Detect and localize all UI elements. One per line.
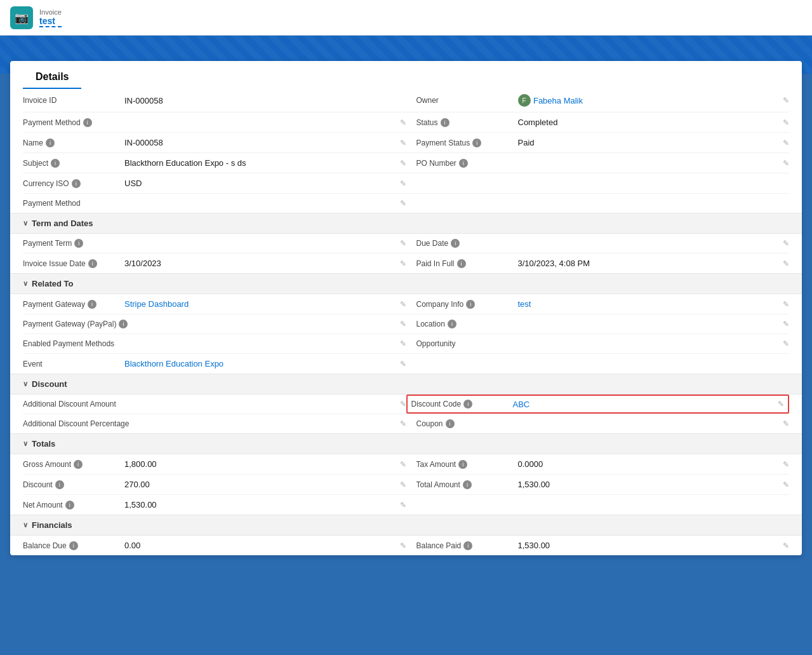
app-title-label: Invoice: [39, 8, 62, 16]
gross-amount-label: Gross Amount i: [23, 460, 124, 469]
location-info-icon[interactable]: i: [448, 320, 456, 328]
currency-edit-icon[interactable]: ✎: [395, 179, 406, 188]
status-info-icon[interactable]: i: [441, 118, 449, 127]
payment-method-info-icon[interactable]: i: [83, 118, 92, 127]
owner-edit-icon[interactable]: ✎: [778, 96, 789, 105]
payment-gateway-value[interactable]: Stripe Dashboard: [124, 299, 395, 309]
total-amount-cell: Total Amount i 1,530.00 ✎: [406, 475, 790, 494]
discount-chevron[interactable]: ∨: [23, 380, 28, 388]
status-edit-icon[interactable]: ✎: [778, 118, 789, 127]
paid-in-full-info-icon[interactable]: i: [457, 259, 466, 268]
due-date-label: Due Date i: [416, 239, 518, 248]
name-label: Name i: [23, 138, 124, 147]
invoice-issue-date-cell: Invoice Issue Date i 3/10/2023 ✎: [23, 253, 406, 273]
subject-info-icon[interactable]: i: [51, 159, 60, 168]
company-info-icon[interactable]: i: [466, 300, 475, 309]
currency-label: Currency ISO i: [23, 179, 124, 188]
event-value[interactable]: Blackthorn Education Expo: [124, 359, 395, 368]
additional-discount-amount-cell: Additional Discount Amount ✎: [23, 395, 406, 414]
paid-in-full-cell: Paid In Full i 3/10/2023, 4:08 PM ✎: [406, 253, 790, 273]
company-info-edit-icon[interactable]: ✎: [778, 300, 789, 309]
payment-status-edit-icon[interactable]: ✎: [778, 138, 789, 147]
enabled-opportunity-row: Enabled Payment Methods ✎ Opportunity ✎: [23, 334, 789, 354]
discount-code-value[interactable]: ABC: [513, 400, 773, 409]
name-info-icon[interactable]: i: [46, 138, 55, 147]
payment-method-edit-icon[interactable]: ✎: [395, 118, 406, 127]
enabled-payment-methods-cell: Enabled Payment Methods ✎: [23, 334, 406, 353]
discount-totals-edit-icon[interactable]: ✎: [395, 480, 406, 489]
opportunity-edit-icon[interactable]: ✎: [778, 339, 789, 348]
related-to-chevron[interactable]: ∨: [23, 280, 28, 288]
total-amount-info-icon[interactable]: i: [463, 480, 472, 489]
status-value: Completed: [518, 118, 778, 127]
balance-due-edit-icon[interactable]: ✎: [395, 541, 406, 550]
event-cell: Event Blackthorn Education Expo ✎: [23, 354, 406, 374]
currency-info-icon[interactable]: i: [72, 179, 81, 188]
event-edit-icon[interactable]: ✎: [395, 360, 406, 368]
due-date-edit-icon[interactable]: ✎: [778, 239, 789, 248]
gross-amount-edit-icon[interactable]: ✎: [395, 460, 406, 469]
additional-discount-percentage-edit-icon[interactable]: ✎: [395, 419, 406, 428]
payment-method-status-row: Payment Method i ✎ Status i Completed ✎: [23, 112, 789, 133]
related-to-section: Payment Gateway i Stripe Dashboard ✎ Com…: [10, 294, 802, 374]
paypal-location-row: Payment Gateway (PayPal) i ✎ Location i …: [23, 314, 789, 334]
paypal-info-icon[interactable]: i: [119, 320, 128, 328]
tax-amount-value: 0.0000: [518, 459, 778, 469]
coupon-edit-icon[interactable]: ✎: [778, 419, 789, 428]
coupon-info-icon[interactable]: i: [446, 419, 455, 428]
financials-section-label: Financials: [32, 520, 72, 530]
balance-paid-cell: Balance Paid i 1,530.00 ✎: [406, 536, 790, 555]
balance-due-info-icon[interactable]: i: [69, 541, 78, 550]
payment-term-info-icon[interactable]: i: [74, 239, 83, 248]
invoice-id-label: Invoice ID: [23, 96, 124, 105]
discount-code-info-icon[interactable]: i: [463, 400, 472, 409]
financials-chevron[interactable]: ∨: [23, 521, 28, 529]
net-amount-label: Net Amount i: [23, 501, 124, 510]
po-number-edit-icon[interactable]: ✎: [778, 159, 789, 168]
currency-cell: Currency ISO i USD ✎: [23, 173, 406, 193]
subject-cell: Subject i Blackthorn Education Expo - s …: [23, 153, 406, 173]
payment-gateway-info-icon[interactable]: i: [88, 300, 97, 309]
app-title-value[interactable]: test: [39, 16, 62, 27]
totals-chevron[interactable]: ∨: [23, 440, 28, 448]
owner-value[interactable]: Fabeha Malik: [533, 96, 778, 105]
net-amount-info-icon[interactable]: i: [65, 501, 74, 510]
balance-paid-edit-icon[interactable]: ✎: [778, 541, 789, 550]
company-info-value[interactable]: test: [518, 299, 778, 309]
location-edit-icon[interactable]: ✎: [778, 320, 789, 328]
issue-date-info-icon[interactable]: i: [88, 259, 97, 268]
discount-totals-info-icon[interactable]: i: [55, 480, 64, 489]
total-amount-edit-icon[interactable]: ✎: [778, 480, 789, 489]
net-amount-value: 1,530.00: [124, 500, 395, 510]
discount-code-edit-icon[interactable]: ✎: [773, 400, 784, 409]
subject-edit-icon[interactable]: ✎: [395, 159, 406, 168]
payment-gateway-label: Payment Gateway i: [23, 300, 124, 309]
related-to-divider: ∨ Related To: [10, 273, 802, 294]
payment-method2-edit-icon[interactable]: ✎: [395, 199, 406, 208]
status-cell: Status i Completed ✎: [406, 112, 790, 132]
payment-status-info-icon[interactable]: i: [472, 138, 481, 147]
due-date-info-icon[interactable]: i: [451, 239, 460, 248]
balance-paid-info-icon[interactable]: i: [463, 541, 472, 550]
additional-discount-percentage-cell: Additional Discount Percentage ✎: [23, 414, 406, 433]
paid-in-full-edit-icon[interactable]: ✎: [778, 259, 789, 268]
net-amount-edit-icon[interactable]: ✎: [395, 501, 406, 510]
term-dates-chevron[interactable]: ∨: [23, 219, 28, 227]
payment-term-edit-icon[interactable]: ✎: [395, 239, 406, 248]
paypal-edit-icon[interactable]: ✎: [395, 320, 406, 328]
po-number-info-icon[interactable]: i: [459, 159, 468, 168]
issue-date-edit-icon[interactable]: ✎: [395, 259, 406, 268]
enabled-edit-icon[interactable]: ✎: [395, 339, 406, 348]
additional-discount-edit-icon[interactable]: ✎: [395, 400, 406, 409]
payment-gateway-edit-icon[interactable]: ✎: [395, 300, 406, 309]
balance-paid-label: Balance Paid i: [416, 541, 518, 550]
tax-amount-edit-icon[interactable]: ✎: [778, 460, 789, 469]
company-info-cell: Company Info i test ✎: [406, 294, 790, 314]
name-cell: Name i IN-000058 ✎: [23, 133, 406, 152]
tax-amount-info-icon[interactable]: i: [458, 460, 467, 469]
gross-amount-info-icon[interactable]: i: [74, 460, 83, 469]
name-edit-icon[interactable]: ✎: [395, 138, 406, 147]
app-title-block: Invoice test: [39, 8, 62, 27]
payment-method2-cell: Payment Method ✎: [23, 194, 406, 213]
currency-row: Currency ISO i USD ✎: [23, 173, 789, 194]
